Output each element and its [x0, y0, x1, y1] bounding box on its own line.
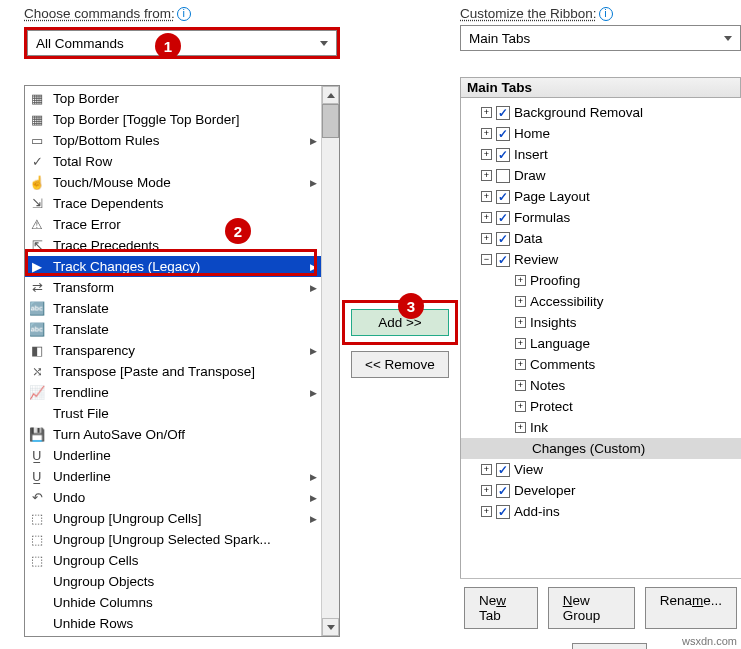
tree-item[interactable]: −✓Review: [461, 249, 741, 270]
expand-icon[interactable]: +: [515, 422, 526, 433]
checkbox[interactable]: ✓: [496, 106, 510, 120]
command-list-item[interactable]: ⬚Ungroup [Ungroup Cells]▶: [25, 508, 321, 529]
expand-icon[interactable]: +: [515, 338, 526, 349]
tree-item[interactable]: +✓Home: [461, 123, 741, 144]
expand-icon[interactable]: +: [481, 191, 492, 202]
command-list-item[interactable]: Unhide Sheet... [Unhide Sheets]: [25, 634, 321, 636]
expand-icon[interactable]: +: [515, 380, 526, 391]
command-list-item[interactable]: 🔤Translate: [25, 319, 321, 340]
tree-item[interactable]: +Proofing: [461, 270, 741, 291]
command-list-item[interactable]: ✓Total Row: [25, 151, 321, 172]
expand-icon[interactable]: +: [481, 128, 492, 139]
tree-item[interactable]: +Ink: [461, 417, 741, 438]
expand-icon[interactable]: +: [481, 464, 492, 475]
command-list-item[interactable]: 💾Turn AutoSave On/Off: [25, 424, 321, 445]
command-list-item[interactable]: U̲Underline▶: [25, 466, 321, 487]
scrollbar[interactable]: [321, 86, 339, 636]
command-icon: ⇱: [27, 238, 47, 254]
collapse-icon[interactable]: −: [481, 254, 492, 265]
command-list-item[interactable]: ◧Transparency▶: [25, 340, 321, 361]
commands-combo[interactable]: All Commands: [27, 30, 337, 56]
expand-icon[interactable]: +: [515, 401, 526, 412]
ribbon-combo[interactable]: Main Tabs: [460, 25, 741, 51]
scroll-up-button[interactable]: [322, 86, 339, 104]
checkbox[interactable]: ✓: [496, 169, 510, 183]
tree-item[interactable]: +✓Background Removal: [461, 102, 741, 123]
command-list-item[interactable]: Trust File: [25, 403, 321, 424]
command-list-item[interactable]: ▦Top Border [Toggle Top Border]: [25, 109, 321, 130]
tree-item[interactable]: +✓Insert: [461, 144, 741, 165]
tree-item-label: Home: [514, 126, 550, 141]
checkbox[interactable]: ✓: [496, 505, 510, 519]
expand-icon[interactable]: +: [515, 296, 526, 307]
command-list-item[interactable]: 🔤Translate: [25, 298, 321, 319]
checkbox[interactable]: ✓: [496, 463, 510, 477]
expand-icon[interactable]: +: [481, 170, 492, 181]
command-list-item[interactable]: ⬚Ungroup [Ungroup Selected Spark...: [25, 529, 321, 550]
tree-item[interactable]: +Protect: [461, 396, 741, 417]
checkbox[interactable]: ✓: [496, 211, 510, 225]
expand-icon[interactable]: +: [481, 233, 492, 244]
tree-item[interactable]: +✓Add-ins: [461, 501, 741, 522]
command-list-item[interactable]: Ungroup Objects: [25, 571, 321, 592]
tree-item[interactable]: +Notes: [461, 375, 741, 396]
command-list-item[interactable]: ▭Top/Bottom Rules▶: [25, 130, 321, 151]
tree-item[interactable]: +Insights: [461, 312, 741, 333]
checkbox[interactable]: ✓: [496, 127, 510, 141]
command-icon: 📈: [27, 385, 47, 401]
command-label: Unhide Rows: [53, 616, 317, 631]
rename-button[interactable]: Rename...: [645, 587, 737, 629]
expand-icon[interactable]: +: [515, 359, 526, 370]
commands-listbox[interactable]: ▦Top Border▦Top Border [Toggle Top Borde…: [24, 85, 340, 637]
tree-item[interactable]: +Comments: [461, 354, 741, 375]
command-list-item[interactable]: ⚠Trace Error: [25, 214, 321, 235]
command-list-item[interactable]: ☝Touch/Mouse Mode▶: [25, 172, 321, 193]
expand-icon[interactable]: +: [481, 212, 492, 223]
command-list-item[interactable]: Unhide Columns: [25, 592, 321, 613]
tree-item[interactable]: +✓Draw: [461, 165, 741, 186]
new-tab-button[interactable]: New Tab: [464, 587, 538, 629]
expand-icon[interactable]: +: [481, 506, 492, 517]
command-list-item[interactable]: ⇄Transform▶: [25, 277, 321, 298]
remove-button[interactable]: << Remove: [351, 351, 449, 378]
command-list-item[interactable]: Unhide Rows: [25, 613, 321, 634]
tree-item[interactable]: +✓Developer: [461, 480, 741, 501]
command-icon: [27, 406, 47, 422]
command-list-item[interactable]: ⇱Trace Precedents: [25, 235, 321, 256]
expand-icon[interactable]: +: [481, 485, 492, 496]
checkbox[interactable]: ✓: [496, 232, 510, 246]
checkbox[interactable]: ✓: [496, 190, 510, 204]
tree-item-label: Accessibility: [530, 294, 604, 309]
command-list-item[interactable]: 📈Trendline▶: [25, 382, 321, 403]
command-list-item[interactable]: U̲Underline: [25, 445, 321, 466]
command-list-item[interactable]: ▶Track Changes (Legacy)▶: [25, 256, 321, 277]
tree-item[interactable]: Changes (Custom): [461, 438, 741, 459]
info-icon[interactable]: i: [599, 7, 613, 21]
scroll-thumb[interactable]: [322, 104, 339, 138]
checkbox[interactable]: ✓: [496, 484, 510, 498]
command-list-item[interactable]: ⇲Trace Dependents: [25, 193, 321, 214]
command-list-item[interactable]: ⬚Ungroup Cells: [25, 550, 321, 571]
tree-item[interactable]: +✓Data: [461, 228, 741, 249]
expand-icon[interactable]: +: [515, 317, 526, 328]
checkbox[interactable]: ✓: [496, 253, 510, 267]
command-icon: ▦: [27, 91, 47, 107]
command-list-item[interactable]: ▦Top Border: [25, 88, 321, 109]
info-icon[interactable]: i: [177, 7, 191, 21]
expand-icon[interactable]: +: [481, 107, 492, 118]
expand-icon[interactable]: +: [515, 275, 526, 286]
tree-item[interactable]: +Language: [461, 333, 741, 354]
new-group-button[interactable]: New Group: [548, 587, 635, 629]
tree-item[interactable]: +✓Page Layout: [461, 186, 741, 207]
tree-item[interactable]: +✓Formulas: [461, 207, 741, 228]
tree-item[interactable]: +Accessibility: [461, 291, 741, 312]
checkbox[interactable]: ✓: [496, 148, 510, 162]
tree-item-label: Add-ins: [514, 504, 560, 519]
reset-button[interactable]: Reset: [572, 643, 647, 649]
scroll-down-button[interactable]: [322, 618, 339, 636]
expand-icon[interactable]: +: [481, 149, 492, 160]
tree-item[interactable]: +✓View: [461, 459, 741, 480]
command-list-item[interactable]: ⤭Transpose [Paste and Transpose]: [25, 361, 321, 382]
command-label: Ungroup [Ungroup Cells]: [53, 511, 303, 526]
command-list-item[interactable]: ↶Undo▶: [25, 487, 321, 508]
